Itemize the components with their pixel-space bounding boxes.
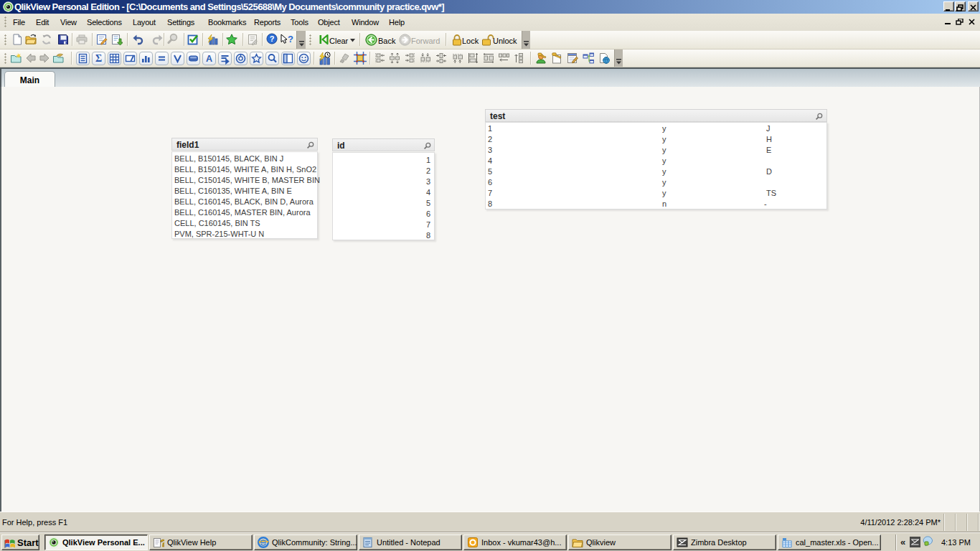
svg-text:?: ? bbox=[270, 34, 275, 43]
svg-text:?: ? bbox=[288, 34, 293, 44]
svg-text:A: A bbox=[206, 54, 212, 64]
svg-text:Σ: Σ bbox=[95, 53, 102, 64]
svg-text:?: ? bbox=[161, 537, 165, 548]
